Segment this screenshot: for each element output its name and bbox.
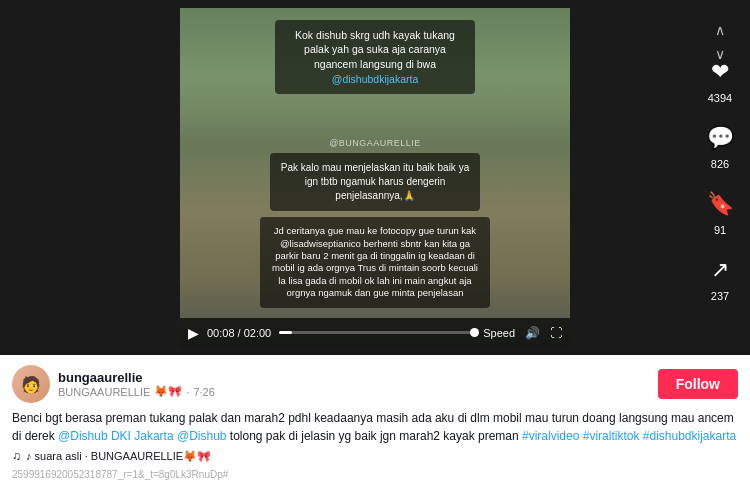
mention-dishub[interactable]: @Dishub bbox=[177, 429, 227, 443]
url-bar: 2599916920052318787_r=1&_t=8g0Lk3RnuDp# bbox=[12, 467, 738, 482]
engagement-panel: ❤ 4394 💬 826 🔖 91 ↗ 237 bbox=[702, 54, 738, 302]
video-controls-right: Speed 🔊 ⛶ bbox=[483, 326, 562, 340]
author-row: 🧑 bungaaurellie BUNGAAURELLIE 🦊🎀 · 7·26 … bbox=[12, 365, 738, 403]
music-note-icon: ♫ bbox=[12, 449, 21, 463]
save-button[interactable]: 🔖 91 bbox=[702, 186, 738, 236]
caption-top: Kok dishub skrg udh kayak tukang palak y… bbox=[275, 20, 475, 95]
video-controls: ▶ 00:08 / 02:00 Speed 🔊 ⛶ bbox=[180, 318, 570, 348]
progress-bar[interactable] bbox=[279, 331, 475, 334]
author-username[interactable]: bungaaurellie bbox=[58, 370, 650, 386]
hashtag-viraltiktok[interactable]: #viraltiktok bbox=[583, 429, 640, 443]
time-current: 00:08 / 02:00 bbox=[207, 327, 271, 339]
video-frame: Kok dishub skrg udh kayak tukang palak y… bbox=[180, 8, 570, 348]
sound-row[interactable]: ♫ ♪ suara asli · BUNGAAURELLIE🦊🎀 bbox=[12, 449, 738, 463]
saves-count: 91 bbox=[714, 224, 726, 236]
comment-icon: 💬 bbox=[702, 120, 738, 156]
page-container: Kok dishub skrg udh kayak tukang palak y… bbox=[0, 0, 750, 500]
scroll-down-button[interactable]: ∨ bbox=[708, 44, 732, 64]
comments-count: 826 bbox=[711, 158, 729, 170]
speed-button[interactable]: Speed bbox=[483, 327, 515, 339]
sound-label: ♪ suara asli · BUNGAAURELLIE🦊🎀 bbox=[26, 450, 211, 463]
hashtag-viralvideo[interactable]: #viralvideo bbox=[522, 429, 579, 443]
volume-icon[interactable]: 🔊 bbox=[525, 326, 540, 340]
follow-button[interactable]: Follow bbox=[658, 369, 738, 399]
scroll-arrows: ∧ ∨ bbox=[708, 20, 732, 64]
share-icon: ↗ bbox=[702, 252, 738, 288]
mention-dishub-dki[interactable]: @Dishub DKI Jakarta bbox=[58, 429, 174, 443]
author-sub: BUNGAAURELLIE 🦊🎀 · 7·26 bbox=[58, 385, 650, 398]
author-info: bungaaurellie BUNGAAURELLIE 🦊🎀 · 7·26 bbox=[58, 370, 650, 399]
scroll-up-button[interactable]: ∧ bbox=[708, 20, 732, 40]
description: Benci bgt berasa preman tukang palak dan… bbox=[12, 409, 738, 445]
caption-bottom: Jd ceritanya gue mau ke fotocopy gue tur… bbox=[260, 217, 490, 307]
video-watermark: @BUNGAAURELLIE bbox=[329, 138, 421, 148]
video-frame-inner: Kok dishub skrg udh kayak tukang palak y… bbox=[180, 8, 570, 348]
share-button[interactable]: ↗ 237 bbox=[702, 252, 738, 302]
play-button[interactable]: ▶ bbox=[188, 325, 199, 341]
avatar[interactable]: 🧑 bbox=[12, 365, 50, 403]
progress-dot bbox=[470, 328, 479, 337]
hashtag-dishubdkijakarta[interactable]: #dishubdkijakarta bbox=[643, 429, 736, 443]
info-section: 🧑 bungaaurellie BUNGAAURELLIE 🦊🎀 · 7·26 … bbox=[0, 355, 750, 488]
comment-button[interactable]: 💬 826 bbox=[702, 120, 738, 170]
caption-middle: Pak kalo mau menjelaskan itu baik baik y… bbox=[270, 153, 480, 211]
progress-fill bbox=[279, 331, 292, 334]
video-content: Kok dishub skrg udh kayak tukang palak y… bbox=[0, 0, 750, 355]
bookmark-icon: 🔖 bbox=[702, 186, 738, 222]
shares-count: 237 bbox=[711, 290, 729, 302]
video-player: Kok dishub skrg udh kayak tukang palak y… bbox=[0, 0, 750, 355]
likes-count: 4394 bbox=[708, 92, 732, 104]
fullscreen-icon[interactable]: ⛶ bbox=[550, 326, 562, 340]
